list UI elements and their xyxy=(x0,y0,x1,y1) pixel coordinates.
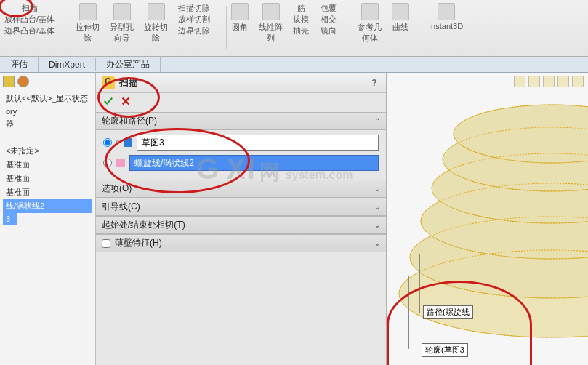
linear-pattern-button[interactable]: 线性阵 列 xyxy=(259,3,283,44)
callout-leader xyxy=(408,276,409,349)
ribbon-separator xyxy=(71,6,71,49)
revolved-cut-button[interactable]: 旋转切 除 xyxy=(144,3,168,44)
swept-cut-label[interactable]: 扫描切除 xyxy=(178,3,210,14)
model-preview-graphic xyxy=(387,73,588,365)
pm-cancel-button[interactable] xyxy=(121,96,131,109)
profile-radio-row: ᶜ 草图3 xyxy=(103,135,379,151)
tree-plane[interactable]: 基准面 xyxy=(3,158,92,172)
ribbon-separator xyxy=(226,6,227,49)
tree-display-state[interactable]: 默认<<默认>_显示状态 xyxy=(3,92,92,105)
extruded-cut-label-2: 除 xyxy=(84,33,92,44)
extruded-cut-button[interactable]: 拉伸切 除 xyxy=(76,3,100,44)
pm-section-guides[interactable]: 引导线(C) ⌄ xyxy=(96,198,386,216)
ribbon-boundary-boss-label[interactable]: 边界凸台/基体 xyxy=(4,25,55,36)
expand-chevron-icon: ⌄ xyxy=(374,239,380,247)
profile-field[interactable]: 草图3 xyxy=(137,135,379,151)
tab-office[interactable]: 办公室产品 xyxy=(96,57,161,72)
profile-color-swatch xyxy=(124,138,132,147)
reference-geometry-icon xyxy=(361,3,379,20)
pm-section-startend[interactable]: 起始处/结束处相切(T) ⌄ xyxy=(96,216,386,234)
curves-icon xyxy=(392,3,409,20)
extruded-cut-icon xyxy=(79,3,97,20)
curves-button[interactable]: 曲线 xyxy=(392,3,409,33)
instant3d-icon xyxy=(438,3,455,20)
extruded-cut-label-1: 拉伸切 xyxy=(76,22,100,33)
tree-helix-selected[interactable]: 线/涡状线2 xyxy=(3,199,92,213)
tree-item-selected[interactable]: 3 xyxy=(3,213,17,225)
collapse-chevron-icon: ⌃ xyxy=(374,117,380,125)
callout-leader xyxy=(419,254,420,313)
revolved-cut-label-2: 除 xyxy=(152,33,160,44)
linear-pattern-label-1: 线性阵 xyxy=(259,22,283,33)
pm-ok-button[interactable] xyxy=(103,96,113,109)
shell-label[interactable]: 抽壳 xyxy=(293,25,309,36)
hole-wizard-icon xyxy=(113,3,131,20)
main-area: 默认<<默认>_显示状态 ory 器 <未指定> 基准面 基准面 基准面 线/涡… xyxy=(0,73,588,365)
expand-chevron-icon: ⌄ xyxy=(374,203,380,211)
pm-help-button[interactable]: ? xyxy=(368,77,380,89)
ribbon-loft-boss-label[interactable]: 放样凸台/基体 xyxy=(4,14,55,25)
ribbon-group-cut: 扫描切除 放样切割 边界切除 xyxy=(178,3,210,36)
curves-label: 曲线 xyxy=(392,22,408,33)
pm-section-thin[interactable]: 薄壁特征(H) ⌄ xyxy=(96,234,386,252)
config-tab-icon[interactable] xyxy=(17,76,29,87)
fillet-icon xyxy=(231,3,249,20)
lofted-cut-label[interactable]: 放样切割 xyxy=(178,14,210,25)
boundary-cut-label[interactable]: 边界切除 xyxy=(178,25,210,36)
profile-radio[interactable] xyxy=(103,138,112,147)
feature-tree-panel[interactable]: 默认<<默认>_显示状态 ory 器 <未指定> 基准面 基准面 基准面 线/涡… xyxy=(0,73,96,365)
ribbon: 扫描 放样凸台/基体 边界凸台/基体 拉伸切 除 异型孔 向导 旋转切 除 扫描… xyxy=(0,0,588,57)
thin-feature-checkbox[interactable] xyxy=(102,239,110,248)
mirror-label[interactable]: 镜向 xyxy=(321,25,337,36)
wrap-label[interactable]: 包覆 xyxy=(321,3,337,14)
expand-chevron-icon: ⌄ xyxy=(374,185,380,193)
path-callout-label: 路径(螺旋线 xyxy=(423,305,473,319)
path-field[interactable]: 螺旋线/涡状线2 xyxy=(129,155,379,171)
instant3d-label: Instant3D xyxy=(429,22,463,31)
reference-geometry-label-2: 何体 xyxy=(362,33,378,44)
pm-action-row xyxy=(96,93,386,112)
linear-pattern-icon xyxy=(262,3,280,20)
linear-pattern-label-2: 列 xyxy=(267,33,275,44)
draft-label[interactable]: 拔模 xyxy=(293,14,309,25)
tree-item[interactable]: ory xyxy=(3,105,92,117)
ribbon-sweep-label[interactable]: 扫描 xyxy=(22,3,38,14)
pm-section-thin-label: 薄壁特征(H) xyxy=(115,237,162,249)
intersect-label[interactable]: 相交 xyxy=(321,14,337,25)
hole-wizard-label-1: 异型孔 xyxy=(110,22,134,33)
command-tab-strip: 评估 DimXpert 办公室产品 xyxy=(0,57,588,73)
path-radio-row: 螺旋线/涡状线2 xyxy=(103,155,379,171)
property-manager-panel: 扫描 ? 轮廓和路径(P) ⌃ ᶜ 草图3 螺旋 xyxy=(96,73,387,365)
instant3d-button[interactable]: Instant3D xyxy=(429,3,463,31)
pm-title-bar: 扫描 ? xyxy=(96,73,386,93)
pm-section-startend-label: 起始处/结束处相切(T) xyxy=(102,219,185,231)
graphics-viewport[interactable]: 路径(螺旋线 轮廓(草图3 xyxy=(387,73,588,365)
tree-plane[interactable]: 基准面 xyxy=(3,185,92,199)
fillet-button[interactable]: 圆角 xyxy=(231,3,249,33)
feature-tree-tab-icon[interactable] xyxy=(3,76,15,87)
path-color-swatch xyxy=(116,159,125,167)
reference-geometry-button[interactable]: 参考几 何体 xyxy=(358,3,382,44)
tree-item[interactable]: 器 xyxy=(3,117,92,131)
pm-title-text: 扫描 xyxy=(119,76,138,89)
ribbon-group-wrap: 包覆 相交 镜向 xyxy=(321,3,337,36)
rib-label[interactable]: 筋 xyxy=(297,3,305,14)
ribbon-group-boss: 扫描 放样凸台/基体 边界凸台/基体 xyxy=(4,3,55,36)
feature-tree-tab-icons xyxy=(3,76,92,87)
ribbon-separator xyxy=(353,6,353,49)
tree-plane[interactable]: 基准面 xyxy=(3,172,92,185)
profile-callout-label: 轮廓(草图3 xyxy=(422,343,468,357)
tab-evaluate[interactable]: 评估 xyxy=(0,57,39,72)
pm-section-options[interactable]: 选项(O) ⌄ xyxy=(96,180,386,198)
ribbon-separator xyxy=(424,6,424,49)
fillet-label: 圆角 xyxy=(232,22,248,33)
revolved-cut-label-1: 旋转切 xyxy=(144,22,168,33)
hole-wizard-label-2: 向导 xyxy=(114,33,130,44)
pm-section-profile-path[interactable]: 轮廓和路径(P) ⌃ xyxy=(96,112,386,130)
hole-wizard-button[interactable]: 异型孔 向导 xyxy=(110,3,134,44)
reference-geometry-label-1: 参考几 xyxy=(358,22,382,33)
tab-dimxpert[interactable]: DimXpert xyxy=(39,58,96,71)
expand-chevron-icon: ⌄ xyxy=(374,221,380,229)
path-radio[interactable] xyxy=(103,159,112,167)
tree-material[interactable]: <未指定> xyxy=(3,144,92,158)
